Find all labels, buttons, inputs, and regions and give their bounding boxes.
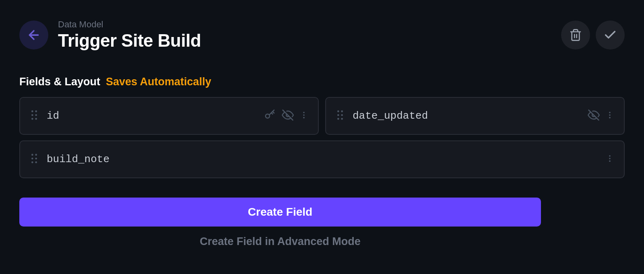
svg-point-27 bbox=[35, 158, 37, 160]
svg-point-16 bbox=[337, 114, 339, 116]
drag-handle-icon[interactable] bbox=[336, 109, 345, 122]
svg-point-8 bbox=[35, 118, 37, 120]
field-name: date_updated bbox=[353, 110, 580, 122]
save-button[interactable] bbox=[596, 21, 625, 49]
field-icons bbox=[264, 109, 308, 123]
title-section: Data Model Trigger Site Build bbox=[58, 19, 551, 51]
fields-row: build_note bbox=[19, 140, 625, 178]
svg-point-22 bbox=[609, 114, 611, 116]
arrow-back-icon bbox=[27, 28, 41, 42]
more-vert-icon[interactable] bbox=[299, 109, 308, 122]
section-header: Fields & Layout Saves Automatically bbox=[0, 51, 644, 97]
svg-point-19 bbox=[341, 118, 343, 120]
svg-point-6 bbox=[35, 114, 37, 116]
svg-point-25 bbox=[35, 154, 37, 156]
create-field-button[interactable]: Create Field bbox=[19, 198, 541, 227]
create-field-advanced-link[interactable]: Create Field in Advanced Mode bbox=[19, 235, 541, 248]
svg-point-11 bbox=[303, 112, 305, 113]
field-card-date-updated[interactable]: date_updated bbox=[325, 97, 625, 135]
header-actions bbox=[561, 21, 625, 49]
svg-point-12 bbox=[303, 114, 305, 116]
svg-point-30 bbox=[609, 155, 611, 157]
drag-handle-icon[interactable] bbox=[30, 153, 39, 166]
svg-point-23 bbox=[609, 117, 611, 119]
field-name: id bbox=[47, 110, 256, 122]
svg-point-31 bbox=[609, 158, 611, 159]
svg-point-3 bbox=[31, 110, 33, 112]
svg-point-17 bbox=[341, 114, 343, 116]
field-icons bbox=[605, 153, 614, 166]
drag-handle-icon[interactable] bbox=[30, 109, 39, 122]
section-title: Fields & Layout bbox=[19, 76, 100, 88]
delete-button[interactable] bbox=[561, 21, 590, 49]
fields-row: id bbox=[19, 97, 625, 135]
check-icon bbox=[603, 28, 617, 42]
more-vert-icon[interactable] bbox=[605, 109, 614, 122]
svg-point-32 bbox=[609, 161, 611, 162]
svg-point-14 bbox=[337, 110, 339, 112]
more-vert-icon[interactable] bbox=[605, 153, 614, 166]
svg-point-26 bbox=[31, 158, 33, 160]
field-name: build_note bbox=[47, 153, 597, 165]
svg-point-29 bbox=[35, 161, 37, 163]
trash-icon bbox=[569, 29, 582, 41]
fields-grid: id bbox=[0, 97, 644, 178]
field-icons bbox=[588, 109, 614, 123]
svg-point-24 bbox=[31, 154, 33, 156]
page-header: Data Model Trigger Site Build bbox=[0, 0, 644, 51]
back-button[interactable] bbox=[19, 21, 48, 49]
svg-point-18 bbox=[337, 118, 339, 120]
svg-point-7 bbox=[31, 118, 33, 120]
svg-point-5 bbox=[31, 114, 33, 116]
svg-point-28 bbox=[31, 161, 33, 163]
section-subtitle: Saves Automatically bbox=[106, 76, 211, 88]
visibility-off-icon[interactable] bbox=[282, 109, 294, 123]
field-card-build-note[interactable]: build_note bbox=[19, 140, 625, 178]
svg-point-13 bbox=[303, 117, 305, 119]
svg-point-15 bbox=[341, 110, 343, 112]
field-card-id[interactable]: id bbox=[19, 97, 319, 135]
svg-point-21 bbox=[609, 112, 611, 113]
svg-point-4 bbox=[35, 110, 37, 112]
breadcrumb[interactable]: Data Model bbox=[58, 19, 551, 30]
page-title: Trigger Site Build bbox=[58, 31, 551, 51]
key-icon[interactable] bbox=[264, 109, 276, 123]
visibility-off-icon[interactable] bbox=[588, 109, 600, 123]
